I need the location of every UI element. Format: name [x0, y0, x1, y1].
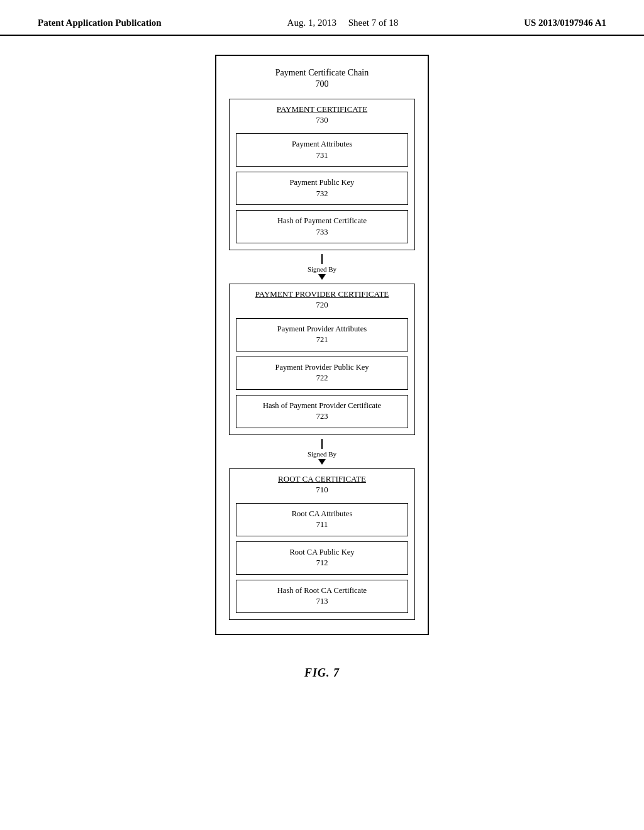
payment-attributes-num: 731	[316, 151, 328, 160]
hash-payment-cert-label: Hash of Payment Certificate	[277, 216, 367, 225]
hash-payment-provider-cert-label: Hash of Payment Provider Certificate	[263, 401, 381, 410]
signed-by-text-2: Signed By	[308, 450, 336, 458]
root-ca-cert-header: ROOT CA CERTIFICATE 710	[230, 469, 414, 498]
payment-provider-cert-number: 720	[232, 300, 412, 311]
payment-provider-public-key-box: Payment Provider Public Key 722	[236, 357, 408, 390]
hash-payment-provider-cert-box: Hash of Payment Provider Certificate 723	[236, 395, 408, 428]
diagram-title: Payment Certificate Chain 700	[275, 67, 369, 90]
arrow-2	[318, 459, 326, 465]
payment-cert-header: PAYMENT CERTIFICATE 730	[230, 99, 414, 128]
root-ca-public-key-box: Root CA Public Key 712	[236, 541, 408, 575]
header-date-sheet: Aug. 1, 2013 Sheet 7 of 18	[287, 18, 399, 28]
hash-root-ca-cert-label: Hash of Root CA Certificate	[277, 586, 367, 595]
root-ca-attributes-num: 711	[316, 520, 328, 529]
payment-public-key-label: Payment Public Key	[290, 178, 355, 187]
connector-line-2	[321, 439, 323, 449]
header-publication: Patent Application Publication	[38, 18, 162, 28]
hash-payment-cert-box: Hash of Payment Certificate 733	[236, 210, 408, 243]
signed-by-connector-1: Signed By	[308, 254, 336, 280]
root-ca-public-key-label: Root CA Public Key	[289, 548, 354, 556]
payment-provider-attributes-num: 721	[316, 335, 328, 344]
figure-label: FIG. 7	[304, 667, 340, 680]
payment-attributes-label: Payment Attributes	[292, 140, 352, 148]
payment-provider-cert-title: PAYMENT PROVIDER CERTIFICATE	[232, 289, 412, 300]
payment-provider-public-key-label: Payment Provider Public Key	[275, 363, 369, 372]
root-ca-cert-number: 710	[232, 485, 412, 495]
payment-public-key-box: Payment Public Key 732	[236, 172, 408, 205]
hash-payment-provider-cert-num: 723	[316, 412, 328, 421]
payment-public-key-num: 732	[316, 189, 328, 198]
hash-root-ca-cert-box: Hash of Root CA Certificate 713	[236, 580, 408, 613]
payment-certificate-section: PAYMENT CERTIFICATE 730 Payment Attribut…	[229, 99, 415, 250]
payment-cert-number: 730	[232, 115, 412, 126]
root-ca-public-key-num: 712	[316, 558, 328, 567]
payment-provider-attributes-label: Payment Provider Attributes	[277, 324, 367, 333]
main-content: Payment Certificate Chain 700 PAYMENT CE…	[0, 36, 644, 692]
payment-provider-certificate-section: PAYMENT PROVIDER CERTIFICATE 720 Payment…	[229, 284, 415, 435]
root-ca-attributes-label: Root CA Attributes	[292, 509, 353, 518]
hash-root-ca-cert-num: 713	[316, 597, 328, 606]
signed-by-text-1: Signed By	[308, 265, 336, 273]
payment-provider-attributes-box: Payment Provider Attributes 721	[236, 318, 408, 351]
page-header: Patent Application Publication Aug. 1, 2…	[0, 0, 644, 36]
root-ca-attributes-box: Root CA Attributes 711	[236, 503, 408, 536]
payment-cert-title: PAYMENT CERTIFICATE	[232, 104, 412, 115]
arrow-1	[318, 274, 326, 280]
root-ca-cert-title: ROOT CA CERTIFICATE	[232, 474, 412, 485]
connector-line-1	[321, 254, 323, 264]
diagram-outer-box: Payment Certificate Chain 700 PAYMENT CE…	[215, 55, 429, 635]
root-ca-certificate-section: ROOT CA CERTIFICATE 710 Root CA Attribut…	[229, 468, 415, 620]
payment-provider-cert-header: PAYMENT PROVIDER CERTIFICATE 720	[230, 284, 414, 313]
header-sheet: Sheet 7 of 18	[348, 18, 399, 28]
payment-provider-public-key-num: 722	[316, 374, 328, 382]
signed-by-connector-2: Signed By	[308, 439, 336, 465]
header-patent-number: US 2013/0197946 A1	[524, 18, 606, 28]
header-date: Aug. 1, 2013	[287, 18, 336, 28]
payment-attributes-box: Payment Attributes 731	[236, 133, 408, 167]
hash-payment-cert-num: 733	[316, 228, 328, 236]
